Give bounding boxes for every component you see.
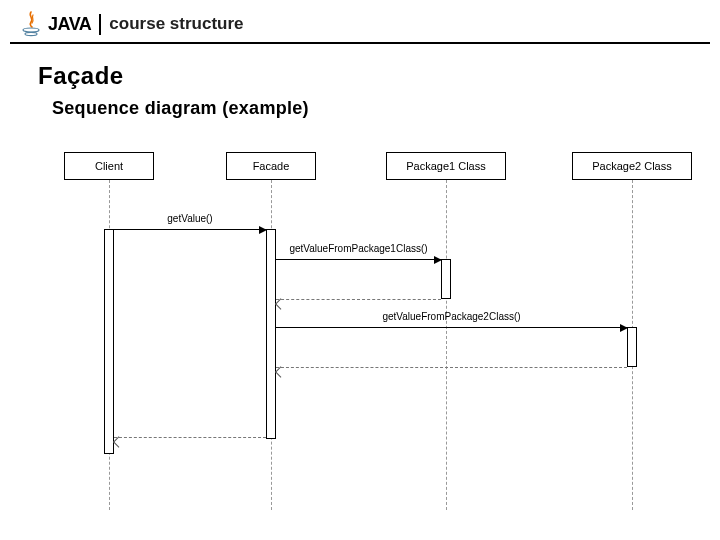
arrow-line xyxy=(276,259,441,260)
message-label: getValueFromPackage2Class() xyxy=(276,311,627,322)
activation-client xyxy=(104,229,114,454)
participant-label: Client xyxy=(95,160,123,172)
return-line xyxy=(276,299,441,300)
header-java-label: JAVA xyxy=(48,14,101,35)
java-logo-icon xyxy=(20,10,42,38)
arrow-head-open-icon xyxy=(275,366,286,377)
svg-point-1 xyxy=(25,32,37,35)
participant-label: Facade xyxy=(253,160,290,172)
arrow-head-icon xyxy=(434,256,442,264)
return-line xyxy=(114,437,266,438)
lifeline-package1 xyxy=(446,180,447,510)
return-client xyxy=(114,424,266,438)
return-pkg1 xyxy=(276,286,441,300)
arrow-line xyxy=(276,327,627,328)
sequence-diagram: Client Facade Package1 Class Package2 Cl… xyxy=(40,152,700,512)
participant-label: Package1 Class xyxy=(406,160,486,172)
arrow-head-icon xyxy=(620,324,628,332)
activation-package1 xyxy=(441,259,451,299)
slide-title: Façade xyxy=(38,62,720,90)
message-getvalue-pkg1: getValueFromPackage1Class() xyxy=(276,246,441,260)
message-label: getValueFromPackage1Class() xyxy=(276,243,441,254)
arrow-head-open-icon xyxy=(275,298,286,309)
arrow-line xyxy=(114,229,266,230)
return-line xyxy=(276,367,627,368)
slide-header: JAVA course structure xyxy=(10,4,710,44)
participant-package1: Package1 Class xyxy=(386,152,506,180)
arrow-head-icon xyxy=(259,226,267,234)
return-pkg2 xyxy=(276,354,627,368)
participant-package2: Package2 Class xyxy=(572,152,692,180)
svg-point-0 xyxy=(23,28,39,32)
participant-client: Client xyxy=(64,152,154,180)
arrow-head-open-icon xyxy=(113,436,124,447)
participant-facade: Facade xyxy=(226,152,316,180)
message-getvalue-pkg2: getValueFromPackage2Class() xyxy=(276,314,627,328)
participant-label: Package2 Class xyxy=(592,160,672,172)
activation-facade xyxy=(266,229,276,439)
message-label: getValue() xyxy=(114,213,266,224)
slide-subtitle: Sequence diagram (example) xyxy=(52,98,720,119)
activation-package2 xyxy=(627,327,637,367)
header-course-label: course structure xyxy=(109,14,243,34)
message-getvalue: getValue() xyxy=(114,216,266,230)
